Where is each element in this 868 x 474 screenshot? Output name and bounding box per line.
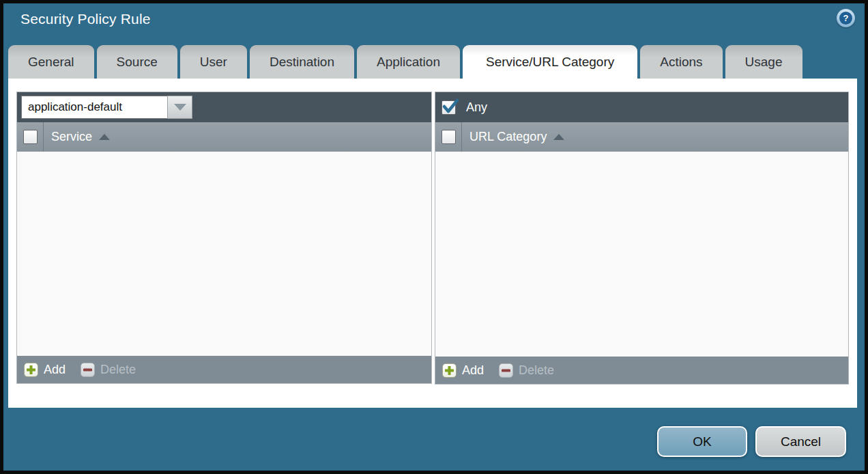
tab-destination[interactable]: Destination: [250, 45, 354, 79]
url-category-table-body[interactable]: [435, 152, 848, 357]
service-column-label: Service: [51, 130, 92, 144]
chevron-down-icon: [174, 104, 186, 111]
any-label: Any: [466, 100, 487, 115]
sort-ascending-icon: [553, 134, 564, 140]
url-category-column-header[interactable]: URL Category: [462, 130, 564, 144]
tab-source[interactable]: Source: [97, 45, 177, 79]
tab-content: application-default Service: [8, 79, 857, 408]
dialog-title: Security Policy Rule: [20, 11, 151, 27]
service-delete-label: Delete: [100, 363, 136, 377]
tab-usage[interactable]: Usage: [725, 45, 802, 79]
service-add-label: Add: [44, 363, 66, 377]
url-category-table-header: URL Category: [435, 122, 848, 152]
help-icon[interactable]: ?: [837, 9, 855, 27]
delete-minus-icon: [81, 363, 95, 377]
sort-ascending-icon: [99, 134, 110, 140]
url-category-add-label: Add: [462, 363, 484, 378]
security-policy-rule-dialog: Security Policy Rule ? General Source Us…: [0, 0, 868, 474]
url-category-add-button[interactable]: Add: [442, 363, 484, 378]
help-icon-glyph: ?: [839, 12, 852, 25]
tab-application[interactable]: Application: [357, 45, 460, 79]
url-category-select-all-checkbox[interactable]: [435, 122, 462, 152]
url-category-column-label: URL Category: [469, 130, 547, 144]
url-category-delete-button[interactable]: Delete: [499, 363, 554, 378]
cancel-button[interactable]: Cancel: [755, 426, 846, 457]
ok-button[interactable]: OK: [657, 426, 747, 457]
service-type-dropdown-value[interactable]: application-default: [21, 96, 167, 119]
delete-minus-icon: [499, 363, 513, 378]
url-category-panel: Any URL Category Add: [435, 92, 849, 385]
url-category-panel-footer: Add Delete: [435, 357, 848, 384]
service-panel-footer: Add Delete: [17, 356, 431, 383]
service-table-body[interactable]: [17, 152, 431, 356]
tab-bar: General Source User Destination Applicat…: [8, 45, 860, 79]
url-category-panel-header: Any: [435, 92, 848, 122]
checkbox-unchecked-icon: [23, 130, 38, 144]
any-checkbox[interactable]: [442, 100, 456, 115]
service-panel-header: application-default: [17, 92, 431, 122]
dropdown-arrow-button[interactable]: [167, 96, 192, 119]
checkbox-unchecked-icon: [442, 130, 456, 144]
tab-actions[interactable]: Actions: [640, 45, 722, 79]
any-checkbox-row[interactable]: Any: [442, 100, 487, 115]
service-panel: application-default Service: [16, 92, 432, 384]
tab-service-url-category[interactable]: Service/URL Category: [463, 45, 637, 79]
service-type-dropdown[interactable]: application-default: [21, 96, 192, 119]
add-plus-icon: [442, 363, 457, 378]
service-add-button[interactable]: Add: [24, 363, 66, 377]
add-plus-icon: [24, 363, 38, 377]
tab-general[interactable]: General: [8, 45, 94, 79]
tab-user[interactable]: User: [180, 45, 247, 79]
service-table-header: Service: [17, 122, 431, 152]
service-delete-button[interactable]: Delete: [81, 363, 136, 377]
url-category-delete-label: Delete: [519, 363, 554, 378]
service-column-header[interactable]: Service: [44, 130, 110, 144]
service-select-all-checkbox[interactable]: [17, 122, 44, 152]
